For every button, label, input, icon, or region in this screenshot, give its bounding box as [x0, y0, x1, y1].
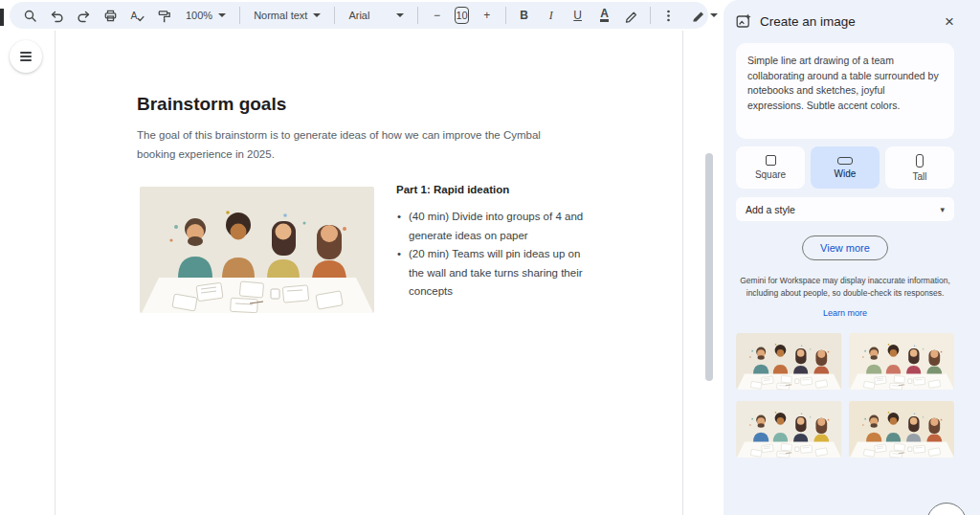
- toolbar-divider: [239, 7, 240, 24]
- zoom-value: 100%: [186, 10, 212, 21]
- highlighter-icon: [624, 9, 638, 23]
- more-vert-icon: [661, 9, 676, 23]
- bold-button[interactable]: B: [512, 4, 537, 27]
- image-prompt-input[interactable]: Simple line art drawing of a team collab…: [736, 43, 954, 139]
- aspect-wide-button[interactable]: Wide: [811, 146, 880, 189]
- minus-icon: −: [434, 9, 440, 22]
- paragraph-style-select[interactable]: Normal text: [246, 4, 328, 27]
- font-size-decrease-button[interactable]: −: [424, 4, 449, 27]
- wide-shape-icon: [837, 157, 853, 165]
- font-size-increase-button[interactable]: +: [475, 4, 500, 27]
- font-size-input[interactable]: 10: [455, 7, 468, 24]
- plus-icon: +: [483, 9, 490, 22]
- aspect-square-button[interactable]: Square: [736, 146, 805, 189]
- outline-list-icon: [20, 52, 32, 61]
- add-style-select[interactable]: Add a style ▾: [736, 197, 954, 221]
- aspect-ratio-group: Square Wide Tall: [736, 146, 954, 189]
- panel-title: Create an image: [760, 14, 856, 29]
- svg-text:A: A: [130, 10, 137, 21]
- doc-bullet-item: (20 min) Teams will pin ideas up on the …: [396, 245, 584, 302]
- generated-image-4[interactable]: [849, 399, 955, 459]
- image-sparkle-icon: [736, 13, 751, 29]
- search-icon[interactable]: [17, 4, 42, 27]
- document-outline-button[interactable]: [10, 40, 42, 73]
- paint-format-icon[interactable]: [151, 4, 176, 27]
- toolbar-divider: [650, 7, 651, 24]
- toolbar-divider: [505, 7, 506, 24]
- create-image-panel: Create an image × Simple line art drawin…: [724, 0, 980, 515]
- print-icon[interactable]: [98, 4, 122, 27]
- add-style-placeholder: Add a style: [746, 204, 795, 215]
- generated-images-grid: [736, 331, 954, 459]
- doc-inline-image[interactable]: [140, 187, 374, 313]
- toolbar-divider: [334, 7, 335, 24]
- doc-intro-paragraph: The goal of this brainstorm is to genera…: [137, 126, 569, 164]
- gemini-disclaimer: Gemini for Workspace may display inaccur…: [736, 275, 954, 300]
- doc-part1-section: Part 1: Rapid ideation (40 min) Divide i…: [396, 184, 592, 302]
- highlight-color-button[interactable]: [619, 4, 644, 27]
- docs-toolbar: A 100% Normal text Arial − 10 + B I U: [10, 2, 708, 29]
- chevron-down-icon: ▾: [940, 205, 945, 214]
- redo-icon[interactable]: [71, 4, 96, 27]
- doc-part1-heading: Part 1: Rapid ideation: [396, 184, 592, 195]
- document-scrollbar[interactable]: [705, 153, 713, 381]
- generated-image-2[interactable]: [849, 331, 955, 392]
- toolbar-divider: [417, 7, 418, 24]
- view-more-button[interactable]: View more: [802, 235, 888, 260]
- close-icon[interactable]: ×: [945, 13, 954, 30]
- generated-image-3[interactable]: [736, 399, 842, 459]
- italic-button[interactable]: I: [539, 4, 564, 27]
- generated-image-1[interactable]: [736, 331, 842, 392]
- undo-icon[interactable]: [44, 4, 69, 27]
- paragraph-style-value: Normal text: [254, 10, 307, 21]
- font-select[interactable]: Arial: [341, 4, 412, 27]
- panel-header: Create an image ×: [736, 11, 954, 31]
- aspect-tall-button[interactable]: Tall: [885, 146, 954, 189]
- italic-icon: I: [549, 9, 553, 23]
- font-value: Arial: [348, 10, 369, 21]
- text-color-button[interactable]: A: [592, 4, 617, 27]
- doc-heading: Brainstorm goals: [137, 94, 286, 115]
- square-shape-icon: [766, 155, 776, 166]
- more-options-button[interactable]: [657, 4, 681, 27]
- underline-button[interactable]: U: [566, 4, 590, 27]
- spellcheck-icon[interactable]: A: [124, 4, 149, 27]
- font-size-value: 10: [456, 10, 467, 21]
- learn-more-link[interactable]: Learn more: [736, 308, 954, 318]
- chevron-down-icon: [396, 13, 404, 17]
- tall-shape-icon: [916, 154, 924, 168]
- chevron-down-icon: [710, 13, 718, 17]
- text-color-icon: A: [600, 9, 609, 22]
- bold-icon: B: [520, 9, 528, 22]
- pen-icon: [691, 9, 705, 23]
- doc-bullet-list: (40 min) Divide into groups of 4 and gen…: [396, 208, 592, 302]
- left-edge-clipped-icon: [0, 9, 4, 26]
- chevron-down-icon: [218, 13, 226, 17]
- zoom-select[interactable]: 100%: [178, 4, 234, 27]
- doc-bullet-item: (40 min) Divide into groups of 4 and gen…: [396, 208, 584, 245]
- underline-icon: U: [573, 9, 582, 22]
- document-page[interactable]: Brainstorm goals The goal of this brains…: [55, 31, 683, 515]
- chevron-down-icon: [313, 13, 321, 17]
- editing-mode-select[interactable]: [683, 4, 725, 27]
